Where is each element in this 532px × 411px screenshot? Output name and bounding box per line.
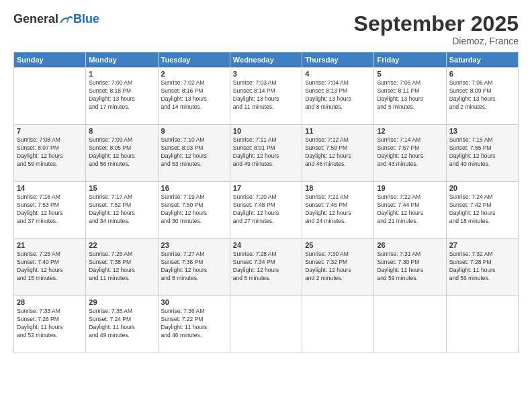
calendar-cell: 16Sunrise: 7:19 AMSunset: 7:50 PMDayligh… xyxy=(158,182,230,239)
day-info: Sunrise: 7:00 AMSunset: 8:18 PMDaylight:… xyxy=(89,79,154,111)
calendar-cell: 18Sunrise: 7:21 AMSunset: 7:46 PMDayligh… xyxy=(302,182,374,239)
day-number: 21 xyxy=(17,241,83,249)
calendar-cell: 6Sunrise: 7:06 AMSunset: 8:09 PMDaylight… xyxy=(446,68,518,125)
calendar-cell: 7Sunrise: 7:08 AMSunset: 8:07 PMDaylight… xyxy=(14,125,86,182)
calendar-cell xyxy=(374,296,446,353)
day-info: Sunrise: 7:17 AMSunset: 7:52 PMDaylight:… xyxy=(89,193,154,226)
day-number: 22 xyxy=(89,241,154,249)
calendar-cell: 24Sunrise: 7:28 AMSunset: 7:34 PMDayligh… xyxy=(230,239,302,296)
week-row-4: 21Sunrise: 7:25 AMSunset: 7:40 PMDayligh… xyxy=(14,239,519,296)
calendar-page: General Blue September 2025 Diemoz, Fran… xyxy=(0,0,532,411)
day-number: 14 xyxy=(17,184,83,192)
calendar-cell: 20Sunrise: 7:24 AMSunset: 7:42 PMDayligh… xyxy=(446,182,518,239)
calendar-cell: 4Sunrise: 7:04 AMSunset: 8:13 PMDaylight… xyxy=(302,68,374,125)
calendar-cell: 1Sunrise: 7:00 AMSunset: 8:18 PMDaylight… xyxy=(86,68,158,125)
day-number: 4 xyxy=(305,70,371,78)
calendar-cell: 23Sunrise: 7:27 AMSunset: 7:36 PMDayligh… xyxy=(158,239,230,296)
day-number: 24 xyxy=(233,241,299,249)
day-info: Sunrise: 7:24 AMSunset: 7:42 PMDaylight:… xyxy=(449,193,515,226)
logo-blue: Blue xyxy=(73,12,99,26)
day-number: 9 xyxy=(161,127,227,135)
day-number: 28 xyxy=(17,298,83,306)
day-info: Sunrise: 7:27 AMSunset: 7:36 PMDaylight:… xyxy=(161,250,227,283)
calendar-cell: 22Sunrise: 7:26 AMSunset: 7:38 PMDayligh… xyxy=(86,239,158,296)
calendar-cell: 5Sunrise: 7:05 AMSunset: 8:11 PMDaylight… xyxy=(374,68,446,125)
day-info: Sunrise: 7:20 AMSunset: 7:48 PMDaylight:… xyxy=(233,193,299,226)
day-number: 16 xyxy=(161,184,227,192)
day-number: 11 xyxy=(305,127,371,135)
calendar-cell: 8Sunrise: 7:09 AMSunset: 8:05 PMDaylight… xyxy=(86,125,158,182)
header: General Blue September 2025 Diemoz, Fran… xyxy=(13,12,519,46)
day-number: 1 xyxy=(89,70,154,78)
calendar-subtitle: Diemoz, France xyxy=(354,36,519,46)
day-number: 8 xyxy=(89,127,154,135)
day-number: 13 xyxy=(449,127,515,135)
day-number: 29 xyxy=(89,298,154,306)
day-info: Sunrise: 7:19 AMSunset: 7:50 PMDaylight:… xyxy=(161,193,227,226)
calendar-cell: 29Sunrise: 7:35 AMSunset: 7:24 PMDayligh… xyxy=(86,296,158,353)
day-number: 23 xyxy=(161,241,227,249)
week-row-1: 1Sunrise: 7:00 AMSunset: 8:18 PMDaylight… xyxy=(14,68,519,125)
day-info: Sunrise: 7:31 AMSunset: 7:30 PMDaylight:… xyxy=(377,250,443,283)
day-info: Sunrise: 7:06 AMSunset: 8:09 PMDaylight:… xyxy=(449,79,515,111)
logo-general: General xyxy=(13,12,58,26)
day-info: Sunrise: 7:08 AMSunset: 8:07 PMDaylight:… xyxy=(17,136,83,169)
calendar-cell xyxy=(446,296,518,353)
calendar-cell: 11Sunrise: 7:12 AMSunset: 7:59 PMDayligh… xyxy=(302,125,374,182)
day-number: 3 xyxy=(233,70,299,78)
day-info: Sunrise: 7:11 AMSunset: 8:01 PMDaylight:… xyxy=(233,136,299,169)
logo-bird-icon xyxy=(60,14,73,25)
day-info: Sunrise: 7:28 AMSunset: 7:34 PMDaylight:… xyxy=(233,250,299,283)
calendar-table: Sunday Monday Tuesday Wednesday Thursday… xyxy=(13,52,519,353)
day-number: 26 xyxy=(377,241,443,249)
day-number: 5 xyxy=(377,70,443,78)
day-info: Sunrise: 7:09 AMSunset: 8:05 PMDaylight:… xyxy=(89,136,154,169)
day-number: 25 xyxy=(305,241,371,249)
calendar-cell: 13Sunrise: 7:15 AMSunset: 7:55 PMDayligh… xyxy=(446,125,518,182)
day-info: Sunrise: 7:22 AMSunset: 7:44 PMDaylight:… xyxy=(377,193,443,226)
day-info: Sunrise: 7:03 AMSunset: 8:14 PMDaylight:… xyxy=(233,79,299,111)
calendar-cell xyxy=(302,296,374,353)
calendar-cell: 27Sunrise: 7:32 AMSunset: 7:28 PMDayligh… xyxy=(446,239,518,296)
day-info: Sunrise: 7:25 AMSunset: 7:40 PMDaylight:… xyxy=(17,250,83,283)
calendar-cell: 2Sunrise: 7:02 AMSunset: 8:16 PMDaylight… xyxy=(158,68,230,125)
calendar-cell xyxy=(14,68,86,125)
week-row-3: 14Sunrise: 7:16 AMSunset: 7:53 PMDayligh… xyxy=(14,182,519,239)
logo-text: General Blue xyxy=(13,12,99,26)
logo: General Blue xyxy=(13,12,99,26)
day-info: Sunrise: 7:14 AMSunset: 7:57 PMDaylight:… xyxy=(377,136,443,169)
day-info: Sunrise: 7:10 AMSunset: 8:03 PMDaylight:… xyxy=(161,136,227,169)
col-friday: Friday xyxy=(374,52,446,68)
day-info: Sunrise: 7:21 AMSunset: 7:46 PMDaylight:… xyxy=(305,193,371,226)
title-section: September 2025 Diemoz, France xyxy=(354,12,519,46)
calendar-cell: 14Sunrise: 7:16 AMSunset: 7:53 PMDayligh… xyxy=(14,182,86,239)
day-info: Sunrise: 7:26 AMSunset: 7:38 PMDaylight:… xyxy=(89,250,154,283)
calendar-cell: 9Sunrise: 7:10 AMSunset: 8:03 PMDaylight… xyxy=(158,125,230,182)
day-number: 18 xyxy=(305,184,371,192)
col-monday: Monday xyxy=(86,52,158,68)
col-saturday: Saturday xyxy=(446,52,518,68)
calendar-cell: 15Sunrise: 7:17 AMSunset: 7:52 PMDayligh… xyxy=(86,182,158,239)
calendar-cell: 19Sunrise: 7:22 AMSunset: 7:44 PMDayligh… xyxy=(374,182,446,239)
day-info: Sunrise: 7:12 AMSunset: 7:59 PMDaylight:… xyxy=(305,136,371,169)
calendar-cell: 26Sunrise: 7:31 AMSunset: 7:30 PMDayligh… xyxy=(374,239,446,296)
day-number: 15 xyxy=(89,184,154,192)
day-number: 30 xyxy=(161,298,227,306)
day-info: Sunrise: 7:15 AMSunset: 7:55 PMDaylight:… xyxy=(449,136,515,169)
day-number: 27 xyxy=(449,241,515,249)
day-info: Sunrise: 7:16 AMSunset: 7:53 PMDaylight:… xyxy=(17,193,83,226)
day-number: 6 xyxy=(449,70,515,78)
day-info: Sunrise: 7:04 AMSunset: 8:13 PMDaylight:… xyxy=(305,79,371,111)
calendar-cell: 30Sunrise: 7:36 AMSunset: 7:22 PMDayligh… xyxy=(158,296,230,353)
day-info: Sunrise: 7:30 AMSunset: 7:32 PMDaylight:… xyxy=(305,250,371,283)
day-number: 19 xyxy=(377,184,443,192)
col-tuesday: Tuesday xyxy=(158,52,230,68)
day-number: 20 xyxy=(449,184,515,192)
day-number: 17 xyxy=(233,184,299,192)
calendar-cell: 3Sunrise: 7:03 AMSunset: 8:14 PMDaylight… xyxy=(230,68,302,125)
day-info: Sunrise: 7:36 AMSunset: 7:22 PMDaylight:… xyxy=(161,308,227,340)
header-row: Sunday Monday Tuesday Wednesday Thursday… xyxy=(14,52,519,68)
day-number: 2 xyxy=(161,70,227,78)
day-info: Sunrise: 7:05 AMSunset: 8:11 PMDaylight:… xyxy=(377,79,443,111)
day-info: Sunrise: 7:33 AMSunset: 7:26 PMDaylight:… xyxy=(17,308,83,340)
